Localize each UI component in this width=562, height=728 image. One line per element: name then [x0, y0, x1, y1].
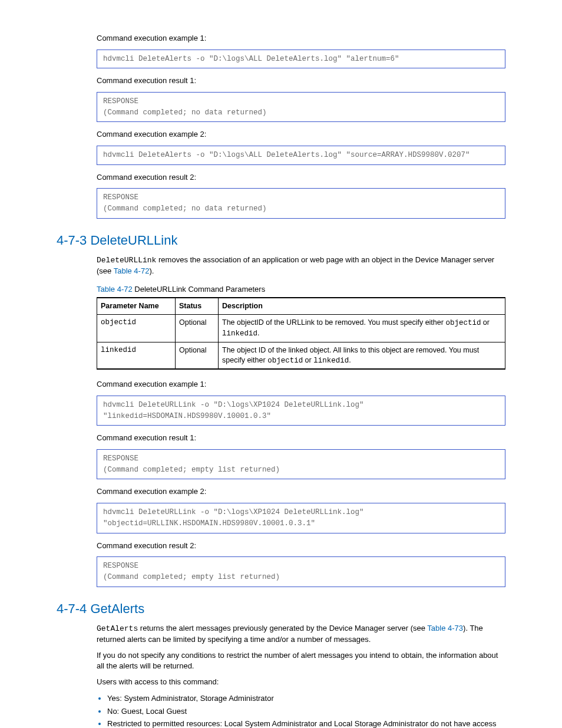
th-description: Description — [219, 298, 505, 314]
table-row: linkedid Optional The object ID of the l… — [97, 342, 505, 369]
deleteurllink-exec1-label: Command execution example 1: — [97, 379, 505, 390]
exec-result-1-code: RESPONSE (Command completed; no data ret… — [97, 92, 505, 123]
getalerts-mono: GetAlerts — [97, 624, 138, 633]
heading-deleteurllink: 4-7-3 DeleteURLLink — [57, 232, 505, 249]
exec-example-2-label: Command execution example 2: — [97, 129, 505, 140]
deleteurllink-intro-text: removes the association of an applicatio… — [97, 255, 494, 275]
deleteurllink-exec1-code: hdvmcli DeleteURLLink -o "D:\logs\XP1024… — [97, 396, 505, 426]
table-4-72-caption: Table 4-72 DeleteURLLink Command Paramet… — [97, 284, 505, 295]
deleteurllink-res2-code: RESPONSE (Command completed; empty list … — [97, 556, 505, 587]
table-row: objectid Optional The objectID of the UR… — [97, 314, 505, 342]
deleteurllink-res1-label: Command execution result 1: — [97, 433, 505, 443]
getalerts-p2: If you do not specify any conditions to … — [97, 650, 505, 671]
list-item: Yes: System Administrator, Storage Admin… — [107, 693, 505, 704]
table-4-73-link[interactable]: Table 4-73 — [427, 624, 463, 633]
table-4-72-caption-rest: DeleteURLLink Command Parameters — [133, 285, 265, 294]
deleteurllink-res1-code: RESPONSE (Command completed; empty list … — [97, 449, 505, 480]
table-4-72-caption-link[interactable]: Table 4-72 — [97, 285, 133, 294]
table-header-row: Parameter Name Status Description — [97, 298, 505, 314]
th-parameter-name: Parameter Name — [97, 298, 176, 314]
exec-result-1-label: Command execution result 1: — [97, 75, 505, 86]
deleteurllink-exec2-code: hdvmcli DeleteURLLink -o "D:\logs\XP1024… — [97, 503, 505, 533]
th-status: Status — [176, 298, 219, 314]
cell-param-name: linkedid — [97, 342, 176, 369]
list-item: No: Guest, Local Guest — [107, 706, 505, 717]
getalerts-p1: GetAlerts returns the alert messages pre… — [97, 623, 505, 644]
cell-status: Optional — [176, 314, 219, 342]
cell-description: The objectID of the URLLink to be remove… — [219, 314, 505, 342]
table-4-72-link[interactable]: Table 4-72 — [114, 266, 150, 275]
deleteurllink-exec2-label: Command execution example 2: — [97, 486, 505, 497]
exec-example-1-label: Command execution example 1: — [97, 33, 505, 44]
deleteurllink-intro: DeleteURLLink removes the association of… — [97, 255, 505, 276]
exec-result-2-code: RESPONSE (Command completed; no data ret… — [97, 188, 505, 219]
exec-example-1-code: hdvmcli DeleteAlerts -o "D:\logs\ALL Del… — [97, 50, 505, 69]
exec-result-2-label: Command execution result 2: — [97, 172, 505, 183]
cell-param-name: objectid — [97, 314, 176, 342]
exec-example-2-code: hdvmcli DeleteAlerts -o "D:\logs\ALL Del… — [97, 146, 505, 165]
deleteurllink-res2-label: Command execution result 2: — [97, 541, 505, 551]
deleteurllink-mono: DeleteURLLink — [97, 256, 156, 265]
table-4-72: Parameter Name Status Description object… — [97, 297, 505, 370]
getalerts-p3: Users with access to this command: — [97, 677, 505, 687]
cell-status: Optional — [176, 342, 219, 369]
list-item: Restricted to permitted resources: Local… — [107, 719, 505, 728]
access-list: Yes: System Administrator, Storage Admin… — [97, 693, 505, 728]
deleteurllink-intro-close: ). — [149, 266, 154, 275]
heading-getalerts: 4-7-4 GetAlerts — [57, 600, 505, 618]
cell-description: The object ID of the linked object. All … — [219, 342, 505, 369]
